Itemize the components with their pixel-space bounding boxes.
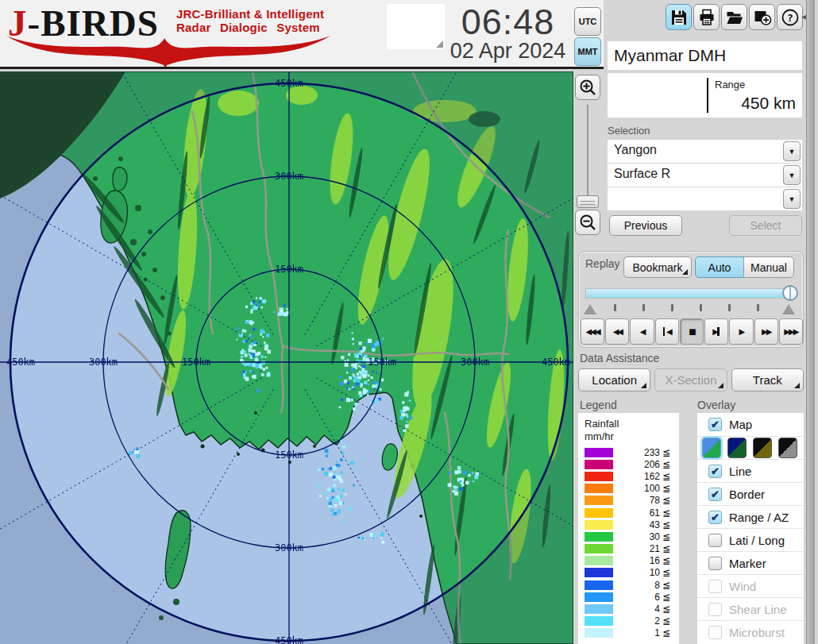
overlay-panel: ✔Map✔Line✔Border✔Range / AZLati / LongMa…: [697, 413, 804, 644]
site-combo[interactable]: Yangon ▼: [608, 140, 802, 163]
map-palette-option-2[interactable]: [727, 438, 747, 458]
overlay-item-label: Lati / Long: [729, 534, 785, 547]
legend-row: 61≦: [585, 507, 673, 519]
transport-step-forward-button[interactable]: ▶: [704, 318, 728, 345]
glyph: ◀: [595, 327, 600, 336]
save-icon: [669, 8, 689, 27]
transport-forward-end-button[interactable]: ▶▶▶: [779, 318, 803, 345]
data-assistance-buttons: LocationX-SectionTrack: [578, 368, 804, 391]
border-checkbox[interactable]: ✔: [708, 488, 722, 501]
overlay-item-shear-line: Shear Line: [697, 597, 804, 620]
svg-text:150km: 150km: [182, 357, 210, 368]
legend-color-swatch: [585, 484, 613, 493]
panel-scrollbar[interactable]: [806, 0, 815, 644]
bar-glyph: [663, 327, 666, 336]
header-bar: J-BIRDS JRC-Brilliant & Intelligent Rada…: [0, 0, 604, 69]
svg-text:150km: 150km: [275, 449, 303, 461]
transport-step-back-button[interactable]: ◀: [655, 318, 679, 345]
range-start-marker[interactable]: [584, 304, 596, 314]
status-display-box: [387, 4, 445, 49]
map-palette-row: [697, 436, 804, 459]
marker-checkbox[interactable]: [708, 557, 722, 570]
open-folder-button[interactable]: [721, 4, 747, 30]
overlay-item-range-az: ✔Range / AZ: [697, 505, 804, 528]
svg-text:300km: 300km: [275, 542, 303, 553]
capture-add-button[interactable]: [749, 4, 775, 30]
legend-color-swatch: [585, 496, 613, 505]
lati-long-checkbox[interactable]: [708, 534, 722, 547]
glyph: ▶: [766, 327, 771, 336]
replay-slider-thumb[interactable]: [782, 285, 798, 301]
replay-progress-track[interactable]: [585, 288, 793, 299]
product-combo[interactable]: Surface R ▼: [608, 164, 802, 187]
zoom-slider-thumb[interactable]: [577, 195, 599, 208]
transport-fast-forward-button[interactable]: ▶▶: [754, 318, 778, 345]
legend-color-swatch: [585, 580, 613, 590]
legend-leq-symbol: ≦: [662, 471, 673, 482]
eagle-logo-icon: [5, 33, 332, 67]
auto-mode-button[interactable]: Auto: [695, 256, 744, 278]
zoom-in-icon: [578, 78, 597, 97]
manual-mode-button[interactable]: Manual: [743, 256, 794, 278]
radar-map[interactable]: 150km150km150km150km300km300km300km300km…: [0, 71, 573, 644]
map-checkbox[interactable]: ✔: [708, 418, 722, 431]
legend-leq-symbol: ≦: [662, 592, 673, 603]
transport-stop-button[interactable]: ■: [680, 318, 704, 345]
transport-fast-rewind-button[interactable]: ◀◀: [605, 318, 629, 345]
legend-leq-symbol: ≦: [662, 495, 673, 506]
site-combo-value: Yangon: [614, 143, 657, 157]
map-palette-option-4[interactable]: [778, 438, 797, 458]
chevron-down-icon[interactable]: ▼: [783, 165, 801, 185]
transport-controls: ◀◀◀◀◀◀◀■▶▶▶▶▶▶▶: [581, 318, 803, 345]
utc-button[interactable]: UTC: [574, 7, 601, 36]
legend-row: 21≦: [585, 543, 673, 555]
x-section-button: X-Section: [654, 368, 727, 391]
zoom-slider-track[interactable]: [587, 105, 588, 200]
glyph: ◀: [666, 327, 671, 336]
location-button[interactable]: Location: [578, 368, 650, 391]
transport-play-button[interactable]: ▶: [729, 318, 753, 345]
save-button[interactable]: [666, 4, 692, 30]
transport-play-reverse-button[interactable]: ◀: [630, 318, 654, 345]
overlay-item-label: Shear Line: [729, 603, 787, 616]
option-combo[interactable]: ▼: [608, 187, 802, 210]
slider-tick: [642, 304, 645, 311]
overlay-item-label: Range / AZ: [729, 511, 789, 524]
legend-color-swatch: [585, 556, 613, 565]
wind-checkbox: [708, 580, 722, 593]
legend-color-swatch: [585, 616, 613, 626]
legend-value: 233: [613, 447, 662, 458]
replay-label: Replay: [585, 257, 620, 270]
help-icon: ?: [781, 8, 800, 27]
range-az-checkbox[interactable]: ✔: [708, 511, 722, 524]
map-palette-option-1[interactable]: [702, 438, 721, 458]
transport-rewind-start-button[interactable]: ◀◀◀: [581, 318, 604, 345]
legend-color-swatch: [585, 520, 613, 530]
track-button[interactable]: Track: [731, 368, 804, 391]
bookmark-button[interactable]: Bookmark: [623, 256, 692, 278]
legend-color-swatch: [585, 472, 613, 481]
legend-row: 6≦: [585, 591, 673, 603]
microburst-checkbox: [708, 626, 722, 639]
legend-value: 100: [613, 483, 662, 494]
print-button[interactable]: [693, 4, 720, 30]
zoom-out-button[interactable]: [575, 210, 600, 235]
map-palette-option-3[interactable]: [753, 438, 772, 458]
previous-button[interactable]: Previous: [609, 215, 682, 236]
legend-leq-symbol: ≦: [662, 627, 673, 638]
chevron-down-icon[interactable]: ▼: [783, 189, 801, 209]
svg-text:450km: 450km: [6, 357, 35, 368]
chevron-down-icon[interactable]: ▼: [783, 141, 801, 161]
legend-row: 206≦: [585, 458, 673, 470]
range-end-marker[interactable]: [782, 304, 795, 314]
mmt-button[interactable]: MMT: [574, 37, 601, 66]
legend-row: 2≦: [585, 615, 673, 627]
legend-leq-symbol: ≦: [662, 459, 673, 470]
svg-text:450km: 450km: [275, 635, 303, 644]
zoom-in-button[interactable]: [575, 75, 600, 100]
line-checkbox[interactable]: ✔: [708, 465, 722, 478]
select-button[interactable]: Select: [729, 215, 802, 236]
overlay-item-label: Border: [729, 488, 765, 501]
overlay-item-label: Wind: [729, 580, 756, 593]
help-button[interactable]: ?: [777, 4, 803, 30]
